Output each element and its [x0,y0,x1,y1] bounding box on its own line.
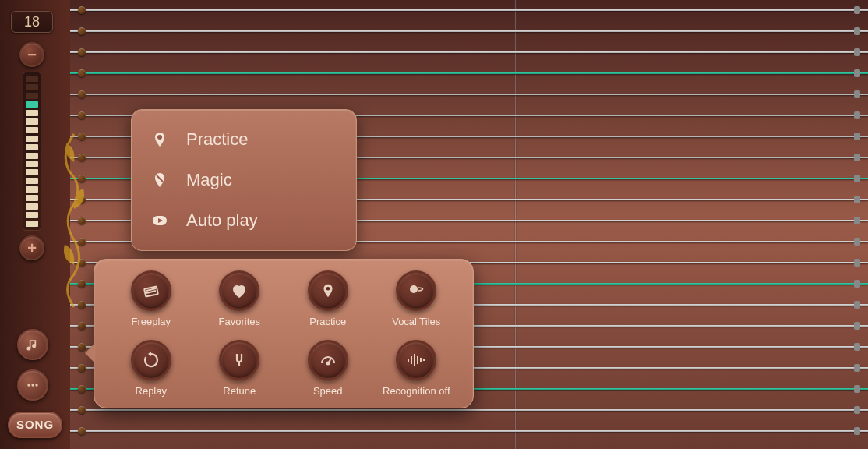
tool-recognition[interactable]: Recognition off [373,340,459,397]
tuning-fork-icon [230,351,249,369]
magic-icon [149,169,171,191]
vocal-icon [407,281,425,300]
tool-retune[interactable]: Retune [196,340,282,397]
more-icon [25,377,41,393]
music-button[interactable] [17,329,48,360]
gauge-icon [319,351,337,369]
mode-practice[interactable]: Practice [149,119,339,160]
svg-point-0 [27,384,30,386]
tool-label: Practice [309,316,346,327]
practice-icon [149,129,171,150]
volume-decrease-button[interactable]: − [19,42,44,67]
heart-icon [230,281,249,300]
tool-panel: Freeplay Favorites Practice Vocal Tiles … [94,259,474,408]
svg-point-1 [31,384,34,386]
string[interactable] [70,30,868,32]
decorative-ornament [55,125,94,312]
tool-label: Retune [223,385,256,397]
tool-label: Favorites [219,316,260,327]
svg-point-9 [410,285,418,293]
tool-freeplay[interactable]: Freeplay [108,270,194,327]
svg-point-8 [326,287,330,291]
tool-vocal-tiles[interactable]: Vocal Tiles [373,270,459,327]
volume-increase-button[interactable]: + [19,235,44,260]
play-icon [149,210,171,232]
replay-icon [142,351,161,369]
waveform-icon [406,351,426,369]
mode-label: Magic [186,170,232,190]
mode-label: Auto play [186,210,258,231]
volume-slider[interactable]: − + [17,42,47,260]
song-button[interactable]: SONG [8,412,62,438]
tool-label: Vocal Tiles [392,316,440,327]
bridge [514,0,517,449]
music-note-icon [25,337,41,352]
svg-point-11 [326,362,329,365]
tool-practice[interactable]: Practice [285,270,371,327]
tool-label: Recognition off [383,385,450,397]
string[interactable] [70,409,868,411]
tool-label: Speed [313,385,343,397]
string[interactable] [70,430,868,432]
mode-magic[interactable]: Magic [149,160,339,200]
mode-label: Practice [186,129,248,150]
tool-label: Replay [136,385,167,397]
string[interactable] [70,72,868,74]
string[interactable] [70,9,868,11]
more-button[interactable] [17,369,48,401]
tool-label: Freeplay [131,316,171,327]
tool-speed[interactable]: Speed [285,340,371,397]
string-counter: 18 [11,11,53,33]
left-panel: 18 − + SONG [0,0,70,449]
freeplay-icon [142,281,161,300]
mode-menu: Practice Magic Auto play [131,109,357,251]
volume-track[interactable] [23,72,41,231]
string[interactable] [70,94,868,95]
practice-tool-icon [319,282,337,299]
mode-autoplay[interactable]: Auto play [149,200,339,241]
svg-point-2 [35,384,37,386]
svg-point-3 [157,135,162,140]
tool-replay[interactable]: Replay [108,340,194,397]
string[interactable] [70,51,868,53]
tool-favorites[interactable]: Favorites [196,270,282,327]
